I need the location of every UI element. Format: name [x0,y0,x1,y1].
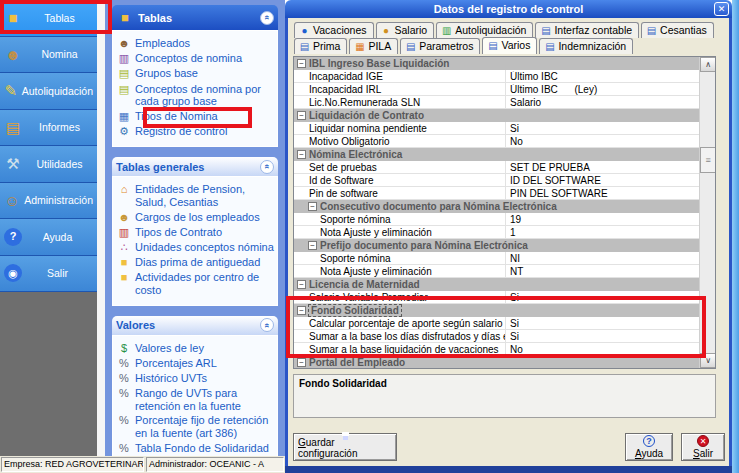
nav-section-header-valores[interactable]: Valores « [112,316,278,335]
property-label: Incapacidad IGE [309,70,506,82]
sidebar-button[interactable]: ☻ Nomina [0,37,97,74]
nav-item[interactable]: ▤ Grupos base [117,67,275,80]
nav-item[interactable]: ▥ Tipos de Contrato [117,226,275,239]
tab[interactable]: ▤ Parametros [400,38,480,54]
collapse-minus-icon[interactable]: − [297,111,306,120]
sidebar-button[interactable]: ⚒ Utilidades [0,146,97,183]
tab[interactable]: ▥ Autoliquidación [436,22,533,38]
property-value[interactable]: Si [506,318,699,329]
property-value[interactable]: NT [506,266,699,277]
property-grid-row[interactable]: − Liquidación de Contrato [294,109,699,122]
nav-item[interactable]: ■ Dias prima de antiguedad [117,256,275,269]
property-grid-row[interactable]: − Nota Ajuste y eliminación 1 [294,226,699,239]
property-grid-row[interactable]: − Licencia de Maternidad [294,278,699,291]
property-grid-row[interactable]: − Consecutivo documento para Nómina Elec… [294,200,699,213]
collapse-minus-icon[interactable]: − [308,202,317,211]
dialog-titlebar[interactable]: Datos del registro de control ✕ [285,0,732,18]
collapse-minus-icon[interactable]: − [308,241,317,250]
nav-item[interactable]: ■ Actividades por centro de costo [117,271,275,296]
property-value[interactable]: Último IBC [506,71,699,82]
scroll-down-icon[interactable]: ∨ [700,353,716,368]
property-grid-row[interactable]: − Salario Variable Promediar Si [294,291,699,304]
tab[interactable]: ▤ Varios [482,37,537,54]
tab[interactable]: ▤ Interfaz contable [535,22,639,38]
property-grid-row[interactable]: − Sumar a la base los días disfrutados y… [294,330,699,343]
tab[interactable]: ● Salario [376,22,435,38]
property-value[interactable]: ID DEL SOFTWARE [506,175,699,186]
nav-item[interactable]: ▤ Conceptos de nomina por cada grupo bas… [117,83,275,108]
tab[interactable]: ▦ PILA [349,38,398,54]
property-value[interactable]: No [506,344,699,355]
property-grid-row[interactable]: − Liquidar nomina pendiente Si [294,122,699,135]
nav-section-header-tablas[interactable]: ■ Tablas « [112,5,278,30]
tab[interactable]: ▤ Cesantias [641,22,714,38]
exit-button[interactable]: ✕ Salir [681,433,725,461]
property-grid-row[interactable]: − Soporte nómina NI [294,252,699,265]
property-value[interactable]: Último IBC (Ley) [506,84,699,95]
property-value[interactable]: 1 [506,227,699,238]
property-value[interactable]: Si [506,123,699,134]
property-value[interactable]: Si [506,292,699,303]
property-grid-row[interactable]: − Id de Software ID DEL SOFTWARE [294,174,699,187]
collapse-chevron-icon[interactable]: « [260,160,274,174]
property-grid-row[interactable]: − Fondo Solidaridad [294,304,699,317]
tab[interactable]: ▤ Indemnización [539,38,633,54]
nav-item[interactable]: % Histórico UVTs [117,372,275,385]
property-grid-row[interactable]: − Sumar a la base liquidación de vacacio… [294,343,699,356]
property-value[interactable]: 19 [506,214,699,225]
sidebar-button[interactable]: ? Ayuda [0,219,97,256]
property-grid-row[interactable]: − Portal del Empleado [294,356,699,368]
tab[interactable]: ▤ Prima [294,38,347,54]
property-grid-row[interactable]: − Motivo Obligatorio No [294,135,699,148]
property-value[interactable]: SET DE PRUEBA [506,162,699,173]
sidebar-button[interactable]: ☺ Administración [0,183,97,220]
collapse-chevron-icon[interactable]: « [260,11,274,25]
property-value[interactable]: PIN DEL SOFTWARE [506,188,699,199]
property-grid-row[interactable]: − Set de pruebas SET DE PRUEBA [294,161,699,174]
property-grid-row[interactable]: − Incapacidad IGE Último IBC [294,70,699,83]
property-grid-row[interactable]: − Nómina Electrónica [294,148,699,161]
nav-item[interactable]: $ Valores de ley [117,342,275,355]
nav-item[interactable]: ∴ Unidades conceptos nómina [117,241,275,254]
collapse-minus-icon[interactable]: − [297,150,306,159]
sidebar-button[interactable]: ▤ Informes [0,110,97,147]
help-button[interactable]: ? Ayuda [625,433,673,461]
collapse-minus-icon[interactable]: − [297,280,306,289]
property-value[interactable]: Si [506,331,699,342]
nav-item[interactable]: ▦ Tipos de Nomina [117,110,275,123]
nav-item[interactable]: ☻ Empleados [117,37,275,50]
collapse-chevron-icon[interactable]: « [260,318,274,332]
nav-item[interactable]: % Porcentaje fijo de retención en la fue… [117,414,275,439]
collapse-minus-icon[interactable]: − [297,358,306,367]
property-grid-row[interactable]: − Prefijo documento para Nómina Electrón… [294,239,699,252]
nav-item[interactable]: % Tabla Fondo de Solidaridad [117,442,275,455]
collapse-minus-icon[interactable]: − [297,306,306,315]
property-grid-row[interactable]: − Nota Ajuste y eliminación NT [294,265,699,278]
nav-item[interactable]: % Porcentajes ARL [117,357,275,370]
property-grid-row[interactable]: − Soporte nómina 19 [294,213,699,226]
property-value[interactable]: NI [506,253,699,264]
sidebar-button[interactable]: ■ Tablas [0,0,97,37]
nav-item[interactable]: ☻ Cargos de los empleados [117,211,275,224]
tab[interactable]: ● Vacaciones [294,22,374,38]
save-configuration-button[interactable]: Guardar configuración [293,433,397,461]
nav-item[interactable]: % Rango de UVTs para retención en la fue… [117,387,275,412]
close-icon[interactable]: ✕ [714,2,729,16]
property-grid-row[interactable]: − Lic.No.Remunerada SLN Salario [294,96,699,109]
nav-item[interactable]: ▥ Conceptos de nomina [117,52,275,65]
property-grid-row[interactable]: − Calcular porcentaje de aporte según sa… [294,317,699,330]
scrollbar-thumb[interactable]: ≡ [700,147,716,173]
sidebar-button[interactable]: ✎ Autoliquidación [0,73,97,110]
property-value[interactable]: Salario [506,97,699,108]
property-grid-row[interactable]: − Incapacidad IRL Último IBC (Ley) [294,83,699,96]
property-value[interactable]: No [506,136,699,147]
nav-item[interactable]: ⚙ Registro de control [117,125,275,138]
nav-section-header-tablas-generales[interactable]: Tablas generales « [112,157,278,176]
property-grid-row[interactable]: − Pin de software PIN DEL SOFTWARE [294,187,699,200]
grid-scrollbar[interactable]: ∧ ≡ ∨ [699,57,715,368]
property-grid-row[interactable]: − IBL Ingreso Base Liquidación [294,57,699,70]
nav-item[interactable]: ⌂ Entidades de Pension, Salud, Cesantias [117,183,275,208]
collapse-minus-icon[interactable]: − [297,59,306,68]
sidebar-button[interactable]: ◉ Salir [0,256,97,293]
scroll-up-icon[interactable]: ∧ [700,57,716,72]
